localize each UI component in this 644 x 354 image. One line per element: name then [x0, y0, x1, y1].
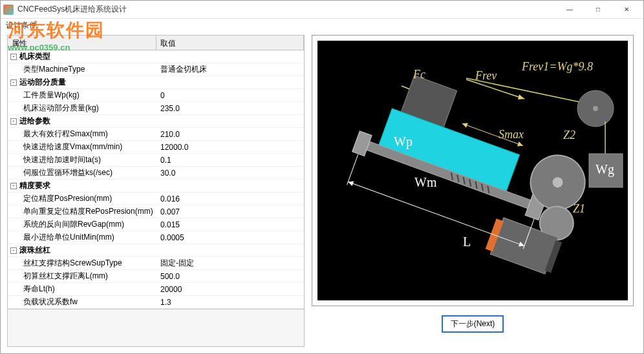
- svg-point-6: [593, 106, 598, 111]
- diagram-frame: Fc Frev Frev1=Wg*9.8 Wp Smax Z2 Wg Wm Z1…: [312, 35, 634, 306]
- label-fc: Fc: [413, 68, 425, 81]
- label-smax: Smax: [499, 128, 524, 141]
- property-row[interactable]: 工件质量Wp(kg)0: [8, 89, 304, 102]
- property-value[interactable]: 12000.0: [156, 141, 304, 153]
- property-name: 快速进给加速时间ta(s): [10, 154, 101, 165]
- svg-marker-29: [517, 141, 524, 148]
- property-help-area: [7, 309, 305, 347]
- label-wp: Wp: [394, 134, 413, 149]
- property-row[interactable]: 快速进给速度Vmax(mm/min)12000.0: [8, 141, 304, 154]
- category-label: 滚珠丝杠: [19, 245, 50, 256]
- property-value[interactable]: 0.1: [156, 154, 304, 166]
- property-name: 最小进给单位UnitMin(mm): [10, 232, 114, 243]
- property-row[interactable]: 单向重复定位精度RePosPresion(mm)0.007: [8, 205, 304, 218]
- label-wm: Wm: [414, 175, 436, 190]
- property-name: 类型MachineType: [10, 64, 85, 75]
- property-name: 定位精度PosPresion(mm): [10, 193, 112, 204]
- collapse-icon[interactable]: -: [10, 54, 17, 60]
- property-name: 单向重复定位精度RePosPresion(mm): [10, 206, 153, 217]
- label-z1: Z1: [573, 202, 585, 216]
- property-row[interactable]: 机床运动部分质量(kg)235.0: [8, 102, 304, 115]
- label-wg: Wg: [596, 162, 614, 177]
- property-row[interactable]: 最小进给单位UnitMin(mm)0.0005: [8, 231, 304, 244]
- property-value[interactable]: 0.015: [156, 218, 304, 231]
- collapse-icon[interactable]: -: [10, 247, 17, 254]
- property-value[interactable]: 210.0: [156, 128, 304, 140]
- collapse-icon[interactable]: -: [10, 183, 17, 189]
- property-value[interactable]: 20000: [156, 283, 304, 295]
- svg-marker-31: [347, 180, 354, 186]
- window-controls: — □ ✕: [555, 1, 641, 19]
- svg-marker-28: [461, 121, 467, 128]
- category-label: 运动部分质量: [19, 77, 66, 88]
- maximize-button[interactable]: □: [584, 1, 612, 19]
- property-row[interactable]: 寿命Lt(h)20000: [8, 283, 304, 296]
- app-icon: [3, 5, 14, 15]
- app-window: CNCFeedSys机床进给系统设计 — □ ✕ 设计条件 河东软件园 www.…: [0, 0, 644, 354]
- property-name: 丝杠支撑结构ScrewSupType: [10, 258, 122, 269]
- label-frev: Frev: [475, 69, 497, 83]
- close-button[interactable]: ✕: [612, 1, 641, 19]
- grid-header-val: 取值: [156, 36, 304, 50]
- category-row[interactable]: -精度要求: [8, 180, 304, 193]
- svg-line-33: [347, 154, 358, 185]
- property-row[interactable]: 快速进给加速时间ta(s)0.1: [8, 154, 304, 167]
- label-l: L: [463, 234, 471, 249]
- property-value[interactable]: 235.0: [156, 102, 304, 114]
- collapse-icon[interactable]: -: [10, 79, 17, 86]
- property-value[interactable]: 1.3: [156, 296, 304, 308]
- content-area: 属性 取值 -机床类型类型MachineType普通金切机床-运动部分质量工件质…: [1, 32, 643, 353]
- window-title: CNCFeedSys机床进给系统设计: [17, 4, 555, 15]
- grid-header: 属性 取值: [7, 35, 305, 50]
- category-row[interactable]: -进给参数: [8, 115, 304, 128]
- property-name: 快速进给速度Vmax(mm/min): [10, 141, 122, 152]
- property-value[interactable]: 0.0005: [156, 231, 304, 244]
- collapse-icon[interactable]: -: [10, 118, 17, 125]
- property-name: 机床运动部分质量(kg): [10, 103, 99, 114]
- category-label: 精度要求: [19, 180, 50, 191]
- property-value[interactable]: 30.0: [156, 167, 304, 179]
- minimize-button[interactable]: —: [555, 1, 584, 19]
- property-panel: 属性 取值 -机床类型类型MachineType普通金切机床-运动部分质量工件质…: [7, 35, 305, 347]
- svg-marker-3: [518, 94, 524, 99]
- property-name: 系统的反向间隙RevGap(mm): [10, 219, 124, 230]
- property-value[interactable]: 普通金切机床: [156, 63, 304, 76]
- svg-rect-19: [352, 131, 372, 156]
- category-label: 进给参数: [19, 116, 50, 127]
- property-name: 最大有效行程Smax(mm): [10, 129, 108, 140]
- category-row[interactable]: -滚珠丝杠: [8, 244, 304, 257]
- menubar: 设计条件: [1, 19, 643, 32]
- diagram-canvas: Fc Frev Frev1=Wg*9.8 Wp Smax Z2 Wg Wm Z1…: [317, 41, 628, 300]
- diagram-panel: Fc Frev Frev1=Wg*9.8 Wp Smax Z2 Wg Wm Z1…: [308, 35, 637, 347]
- property-row[interactable]: 负载状况系数fw1.3: [8, 296, 304, 309]
- menu-design-conditions[interactable]: 设计条件: [6, 21, 37, 30]
- property-row[interactable]: 类型MachineType普通金切机床: [8, 63, 304, 76]
- category-row[interactable]: -机床类型: [8, 50, 304, 63]
- property-value[interactable]: 0.016: [156, 193, 304, 205]
- property-name: 伺服位置循环增益ks(/sec): [10, 167, 113, 178]
- label-z2: Z2: [563, 129, 575, 142]
- property-value[interactable]: 500.0: [156, 270, 304, 282]
- property-row[interactable]: 定位精度PosPresion(mm)0.016: [8, 193, 304, 205]
- diagram-svg: [317, 41, 628, 300]
- property-name: 初算丝杠支撑距离L(mm): [10, 271, 108, 282]
- property-grid[interactable]: -机床类型类型MachineType普通金切机床-运动部分质量工件质量Wp(kg…: [7, 50, 305, 309]
- property-row[interactable]: 丝杠支撑结构ScrewSupType固定-固定: [8, 257, 304, 270]
- property-name: 寿命Lt(h): [10, 284, 55, 295]
- property-row[interactable]: 系统的反向间隙RevGap(mm)0.015: [8, 218, 304, 231]
- category-label: 机床类型: [19, 51, 50, 62]
- label-frev1: Frev1=Wg*9.8: [522, 60, 593, 74]
- property-row[interactable]: 初算丝杠支撑距离L(mm)500.0: [8, 270, 304, 283]
- grid-header-prop: 属性: [8, 36, 156, 50]
- property-row[interactable]: 伺服位置循环增益ks(/sec)30.0: [8, 167, 304, 180]
- property-row[interactable]: 最大有效行程Smax(mm)210.0: [8, 128, 304, 141]
- property-value[interactable]: 0.007: [156, 205, 304, 218]
- titlebar[interactable]: CNCFeedSys机床进给系统设计 — □ ✕: [1, 1, 643, 19]
- property-name: 负载状况系数fw: [10, 297, 78, 307]
- next-button[interactable]: 下一步(Next): [442, 315, 504, 333]
- category-row[interactable]: -运动部分质量: [8, 76, 304, 89]
- property-name: 工件质量Wp(kg): [10, 90, 80, 101]
- property-value[interactable]: 0: [156, 89, 304, 101]
- property-value[interactable]: 固定-固定: [156, 257, 304, 269]
